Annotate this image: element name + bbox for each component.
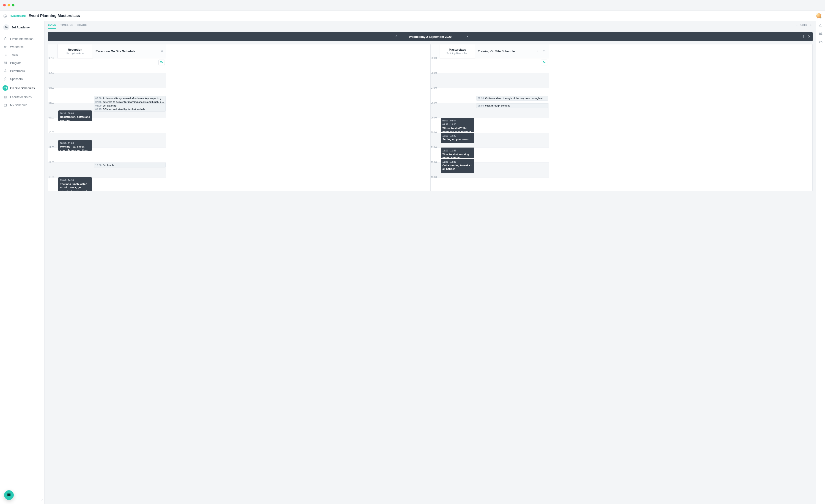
schedule-item-text: caterers to deliver for morning snacks a… <box>103 101 164 103</box>
room-event[interactable]: 10:30 - 11:00Morning Tea, check your pho… <box>58 140 92 151</box>
time-label: 10:00 <box>49 131 57 134</box>
schedule-column[interactable]: 07:30Arrive on site - you need after hou… <box>93 58 166 191</box>
schedule-item[interactable]: 07:30Coffee and run through of the day -… <box>476 96 548 101</box>
app-header: Dashboard Event Planning Masterclass <box>0 10 825 21</box>
add-item-button[interactable] <box>158 60 165 65</box>
event-time: 10:30 - 11:00 <box>60 142 74 145</box>
notes-icon <box>3 95 7 99</box>
breadcrumb-dashboard[interactable]: Dashboard <box>10 14 26 17</box>
zoom-in-button[interactable]: + <box>809 24 813 26</box>
sidebar-item-on-site-schedules[interactable]: On Site Schedules <box>0 83 45 93</box>
column-more-icon[interactable] <box>536 50 539 53</box>
schedule-half-reception: ReceptionReception AreaReception On Site… <box>48 45 430 191</box>
room-event[interactable]: 10:00 - 10:30Setting up your event <box>441 133 474 143</box>
event-label: Morning Tea, check your phones and then … <box>60 145 90 151</box>
schedule-column-header: Training On Site Schedule <box>475 45 549 58</box>
people-icon <box>3 45 7 49</box>
time-label: 09:00 <box>431 116 439 119</box>
sidebar-item-workforce[interactable]: Workforce <box>0 43 45 51</box>
schedule-item-text: Arrive on site - you need after hours ke… <box>103 97 164 100</box>
sidebar-item-facilitator-notes[interactable]: Facilitator Notes <box>0 93 45 101</box>
sidebar-item-label: Sponsors <box>10 77 23 81</box>
room-event[interactable]: 11:45 - 12:45Collaborating to make it al… <box>441 159 474 173</box>
sidebar-item-label: Event Information <box>10 37 33 40</box>
column-collapse-icon[interactable] <box>160 49 163 53</box>
sidebar-item-label: Tasks <box>10 53 18 57</box>
page-title: Event Planning Masterclass <box>28 13 80 18</box>
time-label: 06:00 <box>49 72 57 74</box>
schedule-item-time: 08:00 <box>478 104 484 107</box>
svg-rect-13 <box>5 63 6 64</box>
org-initials: JA <box>3 24 9 30</box>
window-zoom-dot[interactable] <box>12 4 14 6</box>
room-column[interactable]: 09:00 - 09:15Welcome and Overview09:15 -… <box>440 58 475 191</box>
svg-point-40 <box>537 51 538 51</box>
window-chrome <box>0 0 825 10</box>
svg-point-16 <box>5 78 6 79</box>
sidebar: JA Joi Academy Event InformationWorkforc… <box>0 21 45 504</box>
sidebar-item-performers[interactable]: Performers <box>0 67 45 75</box>
time-label: 13:00 <box>431 176 439 178</box>
sidebar-item-label: On Site Schedules <box>10 86 35 90</box>
sidebar-item-my-schedule[interactable]: My Schedule <box>0 101 45 109</box>
room-event[interactable]: 13:00 - 14:30The long lunch, catch up wi… <box>58 177 92 191</box>
sidebar-item-program[interactable]: Program <box>0 59 45 67</box>
svg-point-27 <box>804 36 804 36</box>
rail-cloud-icon[interactable] <box>819 40 823 45</box>
schedule-item-text: BGM on and standby for first arrivals <box>103 108 145 111</box>
user-avatar[interactable] <box>816 13 822 19</box>
svg-point-26 <box>804 35 804 35</box>
tab-timeline[interactable]: TIMELINE <box>61 21 73 29</box>
datebar-more-icon[interactable] <box>802 35 805 39</box>
rail-people-icon[interactable] <box>819 32 823 37</box>
column-more-icon[interactable] <box>154 50 156 53</box>
schedule-title: Reception On Site Schedule <box>95 50 135 53</box>
main: BUILD TIMELINE SHARE – 100% + Wednesday … <box>45 21 816 504</box>
schedule-half-masterclass: MasterclassTraining Room TwoTraining On … <box>430 45 813 191</box>
room-subtitle: Reception Area <box>66 52 84 55</box>
time-label: 07:00 <box>431 87 439 89</box>
event-label: Collaborating to make it all happen <box>443 164 472 171</box>
time-label: 08:00 <box>431 101 439 104</box>
date-prev-button[interactable] <box>394 34 399 39</box>
date-label: Wednesday 2 September 2020 <box>409 35 451 38</box>
svg-point-49 <box>819 33 820 34</box>
schedule-column[interactable]: 07:30Coffee and run through of the day -… <box>475 58 549 191</box>
svg-point-39 <box>537 50 538 50</box>
room-event[interactable]: 09:15 - 10:00Where to start? The busines… <box>441 121 474 132</box>
svg-point-32 <box>155 51 155 51</box>
zoom-out-button[interactable]: – <box>795 24 799 26</box>
room-event[interactable]: 08:30 - 09:00Registration, coffee and pa… <box>58 110 92 121</box>
org-switcher[interactable]: JA Joi Academy <box>0 21 45 33</box>
rail-checklist-icon[interactable] <box>819 24 823 29</box>
tab-build[interactable]: BUILD <box>48 21 56 29</box>
event-time: 09:15 - 10:00 <box>443 123 456 126</box>
time-label: 07:00 <box>49 87 57 89</box>
zoom-control: – 100% + <box>795 24 813 26</box>
schedule-item[interactable]: 08:15BGM on and standby for first arriva… <box>94 107 166 111</box>
svg-rect-22 <box>4 104 6 106</box>
clipboard-icon <box>3 37 7 40</box>
date-next-button[interactable] <box>465 34 470 39</box>
home-icon[interactable] <box>3 14 7 18</box>
schedule-item-time: 07:45 <box>95 101 101 103</box>
chat-fab[interactable] <box>4 490 14 500</box>
schedule-item[interactable]: 12:00Set lunch <box>94 163 166 167</box>
sidebar-item-label: Facilitator Notes <box>10 95 31 99</box>
sidebar-item-sponsors[interactable]: Sponsors <box>0 75 45 83</box>
column-collapse-icon[interactable] <box>543 49 546 53</box>
datebar-close-icon[interactable] <box>808 35 811 39</box>
sidebar-item-tasks[interactable]: Tasks <box>0 51 45 59</box>
sidebar-item-event-information[interactable]: Event Information <box>0 35 45 43</box>
sidebar-collapse[interactable]: ‹ <box>42 498 43 502</box>
svg-point-33 <box>155 52 155 52</box>
svg-point-28 <box>804 37 804 37</box>
room-event[interactable]: 11:00 - 11:45Time to start working on th… <box>441 148 474 158</box>
tab-share[interactable]: SHARE <box>77 21 87 29</box>
window-close-dot[interactable] <box>3 4 6 6</box>
window-minimize-dot[interactable] <box>8 4 10 6</box>
schedule-item[interactable]: 08:00click through content <box>476 103 548 108</box>
schedule-item-text: Coffee and run through of the day - run … <box>485 97 546 100</box>
room-column[interactable]: 08:30 - 09:00Registration, coffee and pa… <box>57 58 93 191</box>
add-item-button[interactable] <box>541 60 547 65</box>
